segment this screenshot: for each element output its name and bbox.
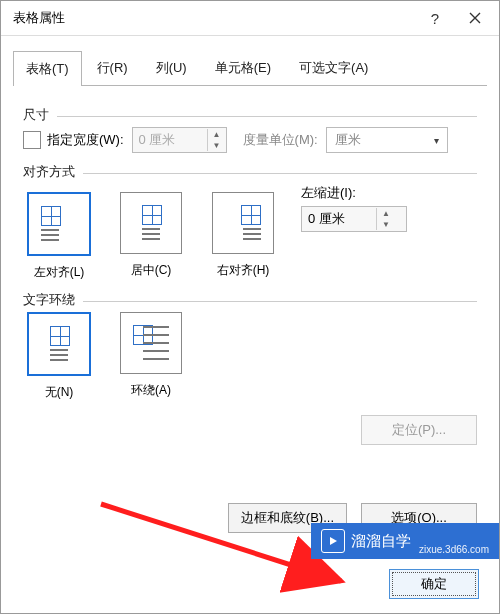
wrap-options: 无(N) 环绕(A) xyxy=(23,312,477,401)
spinner-arrows[interactable]: ▲▼ xyxy=(376,208,395,230)
wrap-section-title: 文字环绕 xyxy=(23,291,83,309)
watermark-brand: 溜溜自学 xyxy=(351,532,411,551)
indent-input[interactable] xyxy=(302,208,376,230)
wrap-none-icon xyxy=(27,312,91,376)
align-right-label: 右对齐(H) xyxy=(207,262,279,279)
wrap-around-label: 环绕(A) xyxy=(115,382,187,399)
window: 表格属性 ? 表格(T) 行(R) 列(U) 单元格(E) 可选文字(A) 尺寸… xyxy=(0,0,500,614)
chevron-down-icon: ▾ xyxy=(430,135,443,146)
preferred-width-input[interactable] xyxy=(133,129,207,151)
indent-spinner[interactable]: ▲▼ xyxy=(301,206,407,232)
tab-bar: 表格(T) 行(R) 列(U) 单元格(E) 可选文字(A) xyxy=(13,50,487,86)
watermark-url: zixue.3d66.com xyxy=(419,544,489,559)
positioning-button-wrap: 定位(P)... xyxy=(361,415,477,445)
alignment-section-title: 对齐方式 xyxy=(23,163,83,181)
preferred-width-checkbox[interactable] xyxy=(23,131,41,149)
window-title: 表格属性 xyxy=(13,9,415,27)
tab-content: 尺寸 指定宽度(W): ▲▼ 度量单位(M): 厘米 ▾ 对齐方式 xyxy=(1,86,499,401)
tab-table[interactable]: 表格(T) xyxy=(13,51,82,86)
measure-unit-value: 厘米 xyxy=(335,131,430,149)
measure-unit-label: 度量单位(M): xyxy=(243,131,318,149)
close-icon xyxy=(469,12,481,24)
wrap-around-icon xyxy=(120,312,182,374)
help-button[interactable]: ? xyxy=(415,4,455,32)
titlebar: 表格属性 ? xyxy=(1,1,499,36)
divider xyxy=(23,116,477,117)
wrap-around-option[interactable]: 环绕(A) xyxy=(115,312,187,401)
tab-row[interactable]: 行(R) xyxy=(84,50,141,85)
spinner-arrows[interactable]: ▲▼ xyxy=(207,129,226,151)
preferred-width-label: 指定宽度(W): xyxy=(47,131,124,149)
align-center-option[interactable]: 居中(C) xyxy=(115,192,187,281)
tab-alttext[interactable]: 可选文字(A) xyxy=(286,50,381,85)
group-wrap: 文字环绕 无(N) 环绕(A) xyxy=(23,291,477,401)
group-alignment: 对齐方式 左对齐(L) 居中(C) 右对齐(H) xyxy=(23,163,477,281)
align-center-icon xyxy=(120,192,182,254)
align-left-option[interactable]: 左对齐(L) xyxy=(23,192,95,281)
size-section-title: 尺寸 xyxy=(23,106,57,124)
group-size: 尺寸 指定宽度(W): ▲▼ 度量单位(M): 厘米 ▾ xyxy=(23,106,477,153)
align-left-label: 左对齐(L) xyxy=(23,264,95,281)
play-icon xyxy=(321,529,345,553)
divider xyxy=(23,173,477,174)
preferred-width-spinner[interactable]: ▲▼ xyxy=(132,127,227,153)
close-button[interactable] xyxy=(455,4,495,32)
positioning-button: 定位(P)... xyxy=(361,415,477,445)
divider xyxy=(23,301,477,302)
align-center-label: 居中(C) xyxy=(115,262,187,279)
align-right-option[interactable]: 右对齐(H) xyxy=(207,192,279,281)
alignment-options: 左对齐(L) 居中(C) 右对齐(H) xyxy=(23,192,279,281)
indent-label: 左缩进(I): xyxy=(301,184,399,202)
align-right-icon xyxy=(212,192,274,254)
wrap-none-label: 无(N) xyxy=(23,384,95,401)
footer-buttons: 确定 xyxy=(21,569,479,599)
measure-unit-select[interactable]: 厘米 ▾ xyxy=(326,127,448,153)
watermark: 溜溜自学 zixue.3d66.com xyxy=(311,523,499,559)
align-left-icon xyxy=(27,192,91,256)
wrap-none-option[interactable]: 无(N) xyxy=(23,312,95,401)
tab-column[interactable]: 列(U) xyxy=(143,50,200,85)
tab-cell[interactable]: 单元格(E) xyxy=(202,50,284,85)
ok-button[interactable]: 确定 xyxy=(389,569,479,599)
